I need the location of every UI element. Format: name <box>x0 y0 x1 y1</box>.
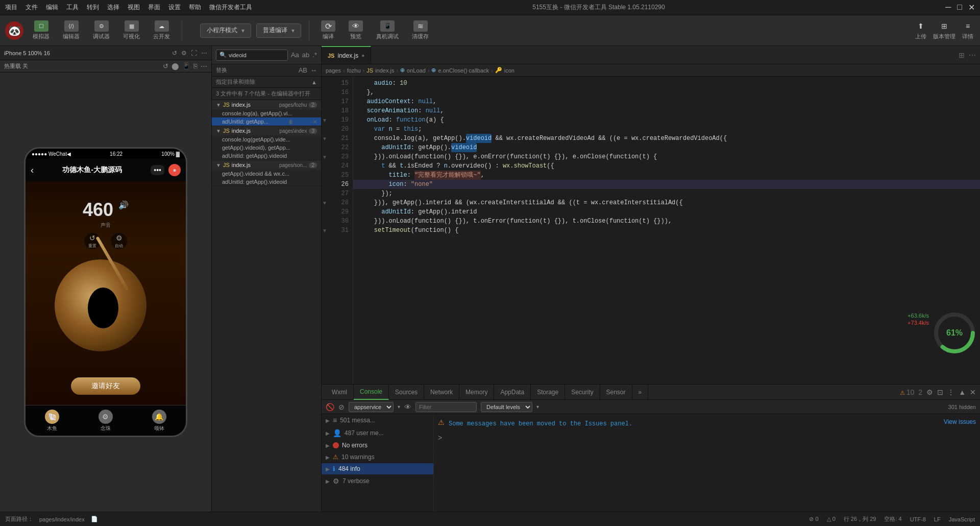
real-device-button[interactable]: 📱 真机调试 <box>372 18 403 42</box>
tab-more[interactable]: » <box>632 385 649 400</box>
copy-icon[interactable]: ⎘ <box>193 62 198 70</box>
search-input-box[interactable]: 🔍 <box>216 50 288 61</box>
more-icon[interactable]: ⋯ <box>201 62 207 70</box>
fold-23[interactable]: ▼ <box>322 152 328 161</box>
menu-item-file[interactable]: 文件 <box>26 3 38 12</box>
compile-select[interactable]: 普通编译 ▾ <box>256 23 301 38</box>
level-select[interactable]: Default levels <box>481 402 532 412</box>
console-item-user[interactable]: ▶ 👤 487 user me... <box>322 427 433 440</box>
phone-auto-ctrl[interactable]: ⚙ 自动 <box>111 233 127 249</box>
preview-button[interactable]: 👁 预览 <box>345 18 367 42</box>
rotate-icon[interactable]: ↺ <box>172 50 177 57</box>
tab-storage[interactable]: Storage <box>531 385 565 400</box>
tab-network[interactable]: Network <box>424 385 459 400</box>
source-select[interactable]: appservice <box>349 402 394 412</box>
console-filter-icon[interactable]: ⊘ <box>338 403 345 411</box>
phone-icon[interactable]: 📱 <box>182 62 190 70</box>
menu-item-interface[interactable]: 界面 <box>148 3 160 12</box>
upload-button[interactable]: ⬆ 上传 <box>914 20 928 40</box>
search-file-header-3[interactable]: ▼ JS index.js pages/son... 2 <box>212 160 321 170</box>
tab-security[interactable]: Security <box>565 385 600 400</box>
tab-sensor[interactable]: Sensor <box>600 385 632 400</box>
menu-item-edit[interactable]: 编辑 <box>46 3 58 12</box>
devtools-settings-icon[interactable]: ⚙ <box>926 388 933 396</box>
bottom-nav-nianzhu[interactable]: ⚙ 念珠 <box>99 410 113 432</box>
breadcrumb-pages[interactable]: pages <box>326 67 341 74</box>
menu-item-project[interactable]: 项目 <box>5 3 17 12</box>
sim-fullscreen-icon[interactable]: ⛶ <box>191 50 197 57</box>
visual-button[interactable]: ▦ 可视化 <box>119 18 144 42</box>
search-input[interactable] <box>229 52 284 58</box>
more-tabs-icon[interactable]: ⋯ <box>969 51 976 59</box>
menu-item-tools[interactable]: 工具 <box>66 3 79 12</box>
search-filter-row[interactable]: 指定目录和排除 ▲ <box>212 77 321 88</box>
breadcrumb-onload[interactable]: onLoad <box>407 67 426 74</box>
close-button[interactable]: ✕ <box>968 3 975 12</box>
search-result-1-2[interactable]: adUnitId: getApp... 🗑 ✕ <box>212 117 321 126</box>
devtools-minimize-icon[interactable]: ▲ <box>959 388 966 396</box>
devtools-close-icon[interactable]: ✕ <box>970 388 976 396</box>
console-item-no-errors[interactable]: ▶ No errors <box>322 440 433 451</box>
search-result-3-1[interactable]: getApp().videoid && wx.c... <box>212 170 321 178</box>
refresh-icon[interactable]: ↺ <box>163 62 168 70</box>
fold-28[interactable]: ▼ <box>322 198 328 207</box>
menu-item-goto[interactable]: 转到 <box>87 3 99 12</box>
breadcrumb-fozhu[interactable]: fozhu <box>347 67 361 74</box>
sim-more-icon[interactable]: ⋯ <box>201 50 207 57</box>
search-result-2-1[interactable]: console.log(getApp().vide... <box>212 135 321 144</box>
replace-toggle[interactable]: 替换 <box>216 66 227 74</box>
case-sensitive-icon[interactable]: Aa <box>291 51 299 59</box>
editor-button[interactable]: ⟨/⟩ 编辑器 <box>59 18 84 42</box>
maximize-button[interactable]: □ <box>957 3 962 12</box>
simulator-button[interactable]: ☐ 模拟器 <box>29 18 54 42</box>
search-file-header-2[interactable]: ▼ JS index.js pages\index 3 <box>212 126 321 135</box>
menu-item-view[interactable]: 视图 <box>128 3 140 12</box>
console-clear-icon[interactable]: 🚫 <box>326 403 334 411</box>
clear-result-icon[interactable]: ✕ <box>313 119 317 125</box>
menu-item-select[interactable]: 选择 <box>107 3 119 12</box>
regex-icon[interactable]: .* <box>312 51 317 59</box>
version-manager-button[interactable]: ⊞ 版本管理 <box>933 20 955 40</box>
whole-word-icon[interactable]: ab <box>302 51 309 59</box>
tab-console[interactable]: Console <box>354 385 389 400</box>
mode-select[interactable]: 小程序模式 ▾ <box>200 23 251 38</box>
search-result-2-2[interactable]: getApp().videoid), getApp... <box>212 144 321 152</box>
phone-instrument[interactable] <box>55 259 157 362</box>
search-result-1-1[interactable]: console.log(a), getApp().vi... <box>212 109 321 117</box>
filter-expand-icon[interactable]: ▲ <box>311 79 317 85</box>
search-result-2-3[interactable]: adUnitId: getApp().videoid <box>212 152 321 160</box>
statusbar-file-icon[interactable]: 📄 <box>91 516 98 522</box>
view-issues-button[interactable]: View issues <box>944 418 976 425</box>
fold-31[interactable]: ▼ <box>322 226 328 235</box>
console-item-info[interactable]: ▶ ℹ 484 info <box>322 463 433 475</box>
filter-input[interactable] <box>415 402 477 412</box>
breadcrumb-callback[interactable]: e.onClose() callback <box>438 67 489 74</box>
tab-sources[interactable]: Sources <box>389 385 424 400</box>
eye-icon[interactable]: 👁 <box>404 403 411 411</box>
cloud-button[interactable]: ☁ 云开发 <box>149 18 174 42</box>
details-button[interactable]: ≡ 详情 <box>961 20 975 40</box>
console-item-messages[interactable]: ▶ ≡ 501 messa... <box>322 414 433 427</box>
phone-volume-icon[interactable]: 🔊 <box>118 200 129 210</box>
tab-close-icon[interactable]: ● <box>361 53 364 58</box>
console-item-warnings[interactable]: ▶ ⚠ 10 warnings <box>322 451 433 463</box>
minimize-button[interactable]: ─ <box>945 3 951 12</box>
menu-item-settings[interactable]: 设置 <box>168 3 181 12</box>
close-result-icon[interactable]: 🗑 <box>288 119 293 125</box>
breadcrumb-icon-prop[interactable]: icon <box>504 67 514 74</box>
menu-item-help[interactable]: 帮助 <box>189 3 201 12</box>
tab-memory[interactable]: Memory <box>459 385 494 400</box>
code-content[interactable]: audio: 10 }, audioContext: null, scoreAn… <box>353 77 980 384</box>
source-expand-icon[interactable]: ▾ <box>398 404 400 410</box>
console-item-verbose[interactable]: ▶ ⚙ 7 verbose <box>322 475 433 488</box>
replace-case-icon[interactable]: ↔ <box>310 66 317 74</box>
search-file-header-1[interactable]: ▼ JS index.js pages/fozhu 2 <box>212 100 321 109</box>
device-select[interactable]: iPhone 5 100% 16 <box>4 50 50 56</box>
devtools-dock-icon[interactable]: ⊡ <box>937 388 943 396</box>
tab-wxml[interactable]: Wxml <box>326 385 354 400</box>
bottom-nav-muyu[interactable]: 🐚 木鱼 <box>45 410 59 432</box>
stop-icon[interactable]: ⬤ <box>172 62 179 70</box>
phone-invite-button[interactable]: 邀请好友 <box>71 377 140 395</box>
tab-appdata[interactable]: AppData <box>494 385 531 400</box>
bottom-nav-songbo[interactable]: 🔔 颂钵 <box>152 410 166 432</box>
